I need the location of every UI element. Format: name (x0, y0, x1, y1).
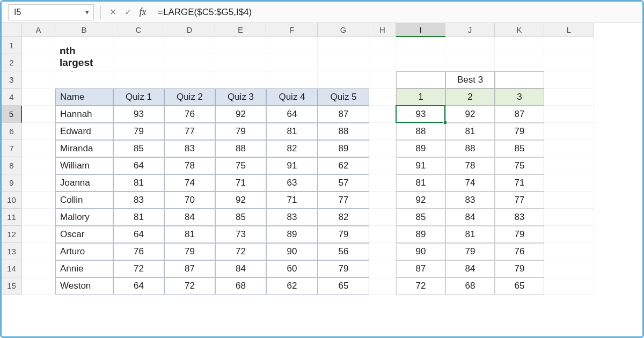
row-header-14[interactable]: 14 (2, 260, 22, 277)
best-cell[interactable]: 77 (495, 192, 544, 209)
cell-F1[interactable] (266, 37, 318, 54)
row-header-15[interactable]: 15 (2, 277, 22, 295)
best-cell[interactable]: 85 (396, 209, 445, 226)
quiz-cell[interactable]: 82 (266, 140, 318, 157)
cell-K1[interactable] (495, 37, 544, 54)
column-header-B[interactable]: B (55, 23, 113, 37)
cell-H13[interactable] (369, 243, 396, 260)
best-cell[interactable]: 79 (495, 123, 544, 140)
quiz-cell[interactable]: 91 (266, 157, 318, 174)
cell-H15[interactable] (369, 277, 396, 295)
cell-L1[interactable] (544, 37, 594, 54)
row-header-2[interactable]: 2 (2, 54, 22, 71)
quiz-cell[interactable]: 72 (164, 277, 215, 295)
cell-L3[interactable] (544, 71, 594, 89)
quiz-cell[interactable]: 89 (266, 226, 318, 243)
best-n-header[interactable]: 3 (495, 89, 544, 106)
best-cell[interactable]: 81 (445, 226, 495, 243)
best-n-header[interactable]: 2 (445, 89, 495, 106)
column-header-H[interactable]: H (369, 23, 396, 37)
cell-F2[interactable] (266, 54, 318, 71)
name-cell[interactable]: Collin (55, 192, 113, 209)
quiz-cell[interactable]: 85 (113, 140, 164, 157)
name-cell[interactable]: Hannah (55, 106, 113, 123)
row-header-4[interactable]: 4 (2, 89, 22, 106)
quiz-cell[interactable]: 79 (113, 123, 164, 140)
best-cell[interactable]: 89 (396, 226, 445, 243)
cell-A2[interactable] (22, 54, 55, 71)
name-cell[interactable]: Weston (55, 277, 113, 295)
cell-A3[interactable] (22, 71, 55, 89)
quiz-cell[interactable]: 87 (318, 106, 369, 123)
best-n-header[interactable]: 1 (396, 89, 445, 106)
best-cell[interactable]: 81 (445, 123, 495, 140)
best-cell[interactable]: 76 (495, 243, 544, 260)
quiz-cell[interactable]: 79 (318, 226, 369, 243)
quiz-cell[interactable]: 89 (318, 140, 369, 157)
quiz-cell[interactable]: 71 (266, 192, 318, 209)
quiz-cell[interactable]: 77 (164, 123, 215, 140)
best-cell[interactable]: 79 (445, 243, 495, 260)
name-cell[interactable]: Joanna (55, 174, 113, 192)
best-cell[interactable]: 93 (396, 106, 445, 123)
column-header-I[interactable]: I (396, 23, 445, 37)
cell-A15[interactable] (22, 277, 55, 295)
row-header-9[interactable]: 9 (2, 174, 22, 192)
best-cell[interactable]: 87 (495, 106, 544, 123)
cell-E2[interactable] (215, 54, 266, 71)
cell-H11[interactable] (369, 209, 396, 226)
quiz-cell[interactable]: 76 (113, 243, 164, 260)
cell-L10[interactable] (544, 192, 594, 209)
quiz-cell[interactable]: 62 (318, 157, 369, 174)
cell-A4[interactable] (22, 89, 55, 106)
cell-C3[interactable] (113, 71, 164, 89)
cell-H3[interactable] (369, 71, 396, 89)
quiz-cell[interactable]: 64 (113, 226, 164, 243)
row-header-1[interactable]: 1 (2, 37, 22, 54)
quiz-cell[interactable]: 90 (266, 243, 318, 260)
name-cell[interactable]: William (55, 157, 113, 174)
cell-J2[interactable] (445, 54, 495, 71)
quiz-cell[interactable]: 81 (113, 209, 164, 226)
cell-H7[interactable] (369, 140, 396, 157)
table-header[interactable]: Quiz 2 (164, 89, 215, 106)
cell-H14[interactable] (369, 260, 396, 277)
name-cell[interactable]: Oscar (55, 226, 113, 243)
row-header-10[interactable]: 10 (2, 192, 22, 209)
cell-E3[interactable] (215, 71, 266, 89)
best-title-span[interactable] (396, 71, 445, 89)
column-header-K[interactable]: K (495, 23, 544, 37)
quiz-cell[interactable]: 70 (164, 192, 215, 209)
cell-H5[interactable] (369, 106, 396, 123)
row-header-7[interactable]: 7 (2, 140, 22, 157)
best-cell[interactable]: 84 (445, 209, 495, 226)
quiz-cell[interactable]: 77 (318, 192, 369, 209)
cell-C2[interactable] (113, 54, 164, 71)
chevron-down-icon[interactable]: ▾ (85, 8, 89, 16)
quiz-cell[interactable]: 88 (215, 140, 266, 157)
name-cell[interactable]: Edward (55, 123, 113, 140)
cell-L4[interactable] (544, 89, 594, 106)
cell-I1[interactable] (396, 37, 445, 54)
best-cell[interactable]: 75 (495, 157, 544, 174)
quiz-cell[interactable]: 81 (113, 174, 164, 192)
cell-H1[interactable] (369, 37, 396, 54)
table-header[interactable]: Name (55, 89, 113, 106)
column-header-D[interactable]: D (164, 23, 215, 37)
cell-A9[interactable] (22, 174, 55, 192)
quiz-cell[interactable]: 92 (215, 106, 266, 123)
quiz-cell[interactable]: 68 (215, 277, 266, 295)
cell-H8[interactable] (369, 157, 396, 174)
best-title-span[interactable] (495, 71, 544, 89)
quiz-cell[interactable]: 62 (266, 277, 318, 295)
name-cell[interactable]: Mallory (55, 209, 113, 226)
quiz-cell[interactable]: 81 (164, 226, 215, 243)
cell-B3[interactable] (55, 71, 113, 89)
name-cell[interactable]: Arturo (55, 243, 113, 260)
cell-A7[interactable] (22, 140, 55, 157)
table-header[interactable]: Quiz 4 (266, 89, 318, 106)
cell-A10[interactable] (22, 192, 55, 209)
quiz-cell[interactable]: 81 (266, 123, 318, 140)
fx-icon[interactable]: fx (136, 6, 149, 19)
quiz-cell[interactable]: 71 (215, 174, 266, 192)
